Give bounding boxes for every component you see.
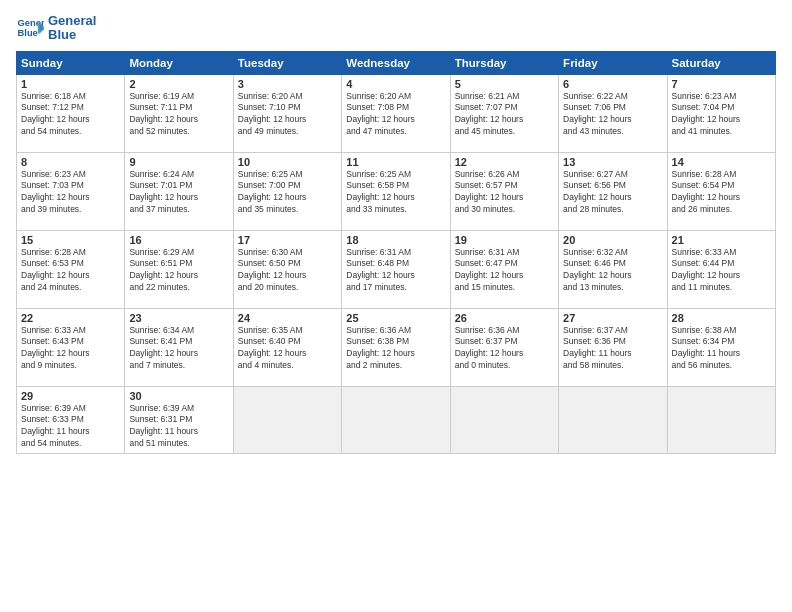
day-info: Sunrise: 6:19 AM Sunset: 7:11 PM Dayligh… [129,91,228,139]
day-info: Sunrise: 6:22 AM Sunset: 7:06 PM Dayligh… [563,91,662,139]
calendar-cell [559,386,667,454]
weekday-header-monday: Monday [125,51,233,74]
day-number: 6 [563,78,662,90]
day-info: Sunrise: 6:39 AM Sunset: 6:31 PM Dayligh… [129,403,228,451]
calendar-cell: 19Sunrise: 6:31 AM Sunset: 6:47 PM Dayli… [450,230,558,308]
weekday-header-saturday: Saturday [667,51,775,74]
calendar-cell: 17Sunrise: 6:30 AM Sunset: 6:50 PM Dayli… [233,230,341,308]
day-info: Sunrise: 6:21 AM Sunset: 7:07 PM Dayligh… [455,91,554,139]
day-info: Sunrise: 6:36 AM Sunset: 6:37 PM Dayligh… [455,325,554,373]
day-number: 4 [346,78,445,90]
calendar-cell: 21Sunrise: 6:33 AM Sunset: 6:44 PM Dayli… [667,230,775,308]
calendar-row-4: 22Sunrise: 6:33 AM Sunset: 6:43 PM Dayli… [17,308,776,386]
calendar-cell: 18Sunrise: 6:31 AM Sunset: 6:48 PM Dayli… [342,230,450,308]
day-number: 14 [672,156,771,168]
day-info: Sunrise: 6:23 AM Sunset: 7:04 PM Dayligh… [672,91,771,139]
calendar-cell: 25Sunrise: 6:36 AM Sunset: 6:38 PM Dayli… [342,308,450,386]
calendar-row-5: 29Sunrise: 6:39 AM Sunset: 6:33 PM Dayli… [17,386,776,454]
weekday-header-sunday: Sunday [17,51,125,74]
calendar-cell: 14Sunrise: 6:28 AM Sunset: 6:54 PM Dayli… [667,152,775,230]
calendar-cell: 3Sunrise: 6:20 AM Sunset: 7:10 PM Daylig… [233,74,341,152]
logo-text: GeneralBlue [48,14,96,43]
calendar-cell: 11Sunrise: 6:25 AM Sunset: 6:58 PM Dayli… [342,152,450,230]
day-number: 28 [672,312,771,324]
day-info: Sunrise: 6:28 AM Sunset: 6:54 PM Dayligh… [672,169,771,217]
day-number: 3 [238,78,337,90]
calendar-cell: 1Sunrise: 6:18 AM Sunset: 7:12 PM Daylig… [17,74,125,152]
day-info: Sunrise: 6:38 AM Sunset: 6:34 PM Dayligh… [672,325,771,373]
calendar-cell [667,386,775,454]
svg-text:Blue: Blue [18,28,38,38]
day-info: Sunrise: 6:31 AM Sunset: 6:48 PM Dayligh… [346,247,445,295]
logo-icon: General Blue [16,14,44,42]
day-info: Sunrise: 6:34 AM Sunset: 6:41 PM Dayligh… [129,325,228,373]
day-number: 27 [563,312,662,324]
day-info: Sunrise: 6:18 AM Sunset: 7:12 PM Dayligh… [21,91,120,139]
calendar-cell: 12Sunrise: 6:26 AM Sunset: 6:57 PM Dayli… [450,152,558,230]
day-number: 7 [672,78,771,90]
calendar-cell: 20Sunrise: 6:32 AM Sunset: 6:46 PM Dayli… [559,230,667,308]
calendar-cell: 29Sunrise: 6:39 AM Sunset: 6:33 PM Dayli… [17,386,125,454]
day-info: Sunrise: 6:36 AM Sunset: 6:38 PM Dayligh… [346,325,445,373]
calendar-cell [342,386,450,454]
calendar-cell: 4Sunrise: 6:20 AM Sunset: 7:08 PM Daylig… [342,74,450,152]
weekday-header-tuesday: Tuesday [233,51,341,74]
day-info: Sunrise: 6:31 AM Sunset: 6:47 PM Dayligh… [455,247,554,295]
day-info: Sunrise: 6:33 AM Sunset: 6:44 PM Dayligh… [672,247,771,295]
calendar-cell: 23Sunrise: 6:34 AM Sunset: 6:41 PM Dayli… [125,308,233,386]
day-number: 17 [238,234,337,246]
day-info: Sunrise: 6:24 AM Sunset: 7:01 PM Dayligh… [129,169,228,217]
header: General Blue GeneralBlue [16,14,776,43]
day-number: 30 [129,390,228,402]
day-number: 15 [21,234,120,246]
day-number: 19 [455,234,554,246]
day-number: 29 [21,390,120,402]
calendar-cell: 26Sunrise: 6:36 AM Sunset: 6:37 PM Dayli… [450,308,558,386]
calendar-cell: 15Sunrise: 6:28 AM Sunset: 6:53 PM Dayli… [17,230,125,308]
day-number: 16 [129,234,228,246]
calendar-row-1: 1Sunrise: 6:18 AM Sunset: 7:12 PM Daylig… [17,74,776,152]
weekday-header-thursday: Thursday [450,51,558,74]
day-info: Sunrise: 6:35 AM Sunset: 6:40 PM Dayligh… [238,325,337,373]
day-number: 18 [346,234,445,246]
day-number: 1 [21,78,120,90]
day-info: Sunrise: 6:28 AM Sunset: 6:53 PM Dayligh… [21,247,120,295]
day-number: 20 [563,234,662,246]
day-number: 12 [455,156,554,168]
day-info: Sunrise: 6:33 AM Sunset: 6:43 PM Dayligh… [21,325,120,373]
calendar-cell: 10Sunrise: 6:25 AM Sunset: 7:00 PM Dayli… [233,152,341,230]
day-info: Sunrise: 6:27 AM Sunset: 6:56 PM Dayligh… [563,169,662,217]
day-info: Sunrise: 6:23 AM Sunset: 7:03 PM Dayligh… [21,169,120,217]
calendar-cell: 2Sunrise: 6:19 AM Sunset: 7:11 PM Daylig… [125,74,233,152]
day-info: Sunrise: 6:20 AM Sunset: 7:08 PM Dayligh… [346,91,445,139]
day-info: Sunrise: 6:39 AM Sunset: 6:33 PM Dayligh… [21,403,120,451]
day-number: 2 [129,78,228,90]
calendar-body: 1Sunrise: 6:18 AM Sunset: 7:12 PM Daylig… [17,74,776,454]
day-info: Sunrise: 6:29 AM Sunset: 6:51 PM Dayligh… [129,247,228,295]
calendar-table: SundayMondayTuesdayWednesdayThursdayFrid… [16,51,776,455]
weekday-header-wednesday: Wednesday [342,51,450,74]
day-number: 24 [238,312,337,324]
calendar-cell: 9Sunrise: 6:24 AM Sunset: 7:01 PM Daylig… [125,152,233,230]
calendar-cell: 24Sunrise: 6:35 AM Sunset: 6:40 PM Dayli… [233,308,341,386]
day-number: 21 [672,234,771,246]
calendar-header-row: SundayMondayTuesdayWednesdayThursdayFrid… [17,51,776,74]
day-info: Sunrise: 6:37 AM Sunset: 6:36 PM Dayligh… [563,325,662,373]
weekday-header-friday: Friday [559,51,667,74]
calendar-cell: 8Sunrise: 6:23 AM Sunset: 7:03 PM Daylig… [17,152,125,230]
day-number: 13 [563,156,662,168]
calendar-cell: 27Sunrise: 6:37 AM Sunset: 6:36 PM Dayli… [559,308,667,386]
calendar-cell: 13Sunrise: 6:27 AM Sunset: 6:56 PM Dayli… [559,152,667,230]
logo: General Blue GeneralBlue [16,14,96,43]
calendar-cell: 30Sunrise: 6:39 AM Sunset: 6:31 PM Dayli… [125,386,233,454]
day-number: 22 [21,312,120,324]
calendar-cell [233,386,341,454]
calendar-row-3: 15Sunrise: 6:28 AM Sunset: 6:53 PM Dayli… [17,230,776,308]
day-number: 25 [346,312,445,324]
calendar-cell: 28Sunrise: 6:38 AM Sunset: 6:34 PM Dayli… [667,308,775,386]
calendar-row-2: 8Sunrise: 6:23 AM Sunset: 7:03 PM Daylig… [17,152,776,230]
day-number: 5 [455,78,554,90]
day-info: Sunrise: 6:25 AM Sunset: 7:00 PM Dayligh… [238,169,337,217]
day-number: 26 [455,312,554,324]
day-info: Sunrise: 6:30 AM Sunset: 6:50 PM Dayligh… [238,247,337,295]
